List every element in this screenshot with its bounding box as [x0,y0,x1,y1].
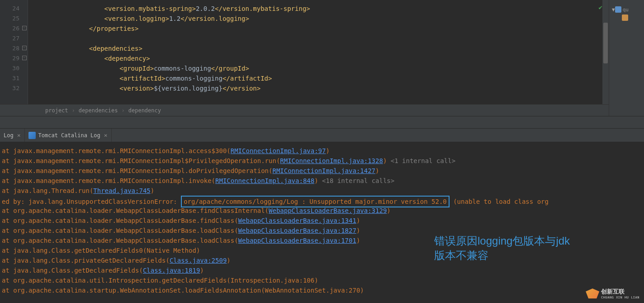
source-link[interactable]: Class.java:2509 [170,257,227,264]
console-tabs: Log × Tomcat Catalina Log × [0,129,644,142]
chevron-right-icon: › [72,107,75,114]
paren: ) [356,237,360,244]
code-line[interactable]: <groupId>commons-logging</groupId> [28,63,602,73]
tab-tomcat-catalina-log[interactable]: Tomcat Catalina Log × [25,129,112,142]
pane-splitter[interactable] [0,116,644,129]
line-number[interactable]: 25 [0,14,28,24]
class-path: org.apache.catalina.loader.WebappClassLo… [13,237,234,244]
panel-row[interactable]: ▼ qu [611,5,642,14]
close-icon[interactable]: × [104,132,108,139]
source-link[interactable]: RMIConnectionImpl.java:848 [215,177,314,184]
fold-icon[interactable]: − [22,26,27,30]
paren: ) [196,247,200,254]
at-keyword: at [2,227,13,234]
code-line[interactable]: <artifactId>commons-logging</artifactId> [28,73,602,83]
line-number[interactable]: 27 [0,34,28,43]
chevron-down-icon: ▼ [612,7,615,13]
logo-sub: CHUANG XIN HU LIAN [601,296,639,299]
paren: ) [360,287,364,294]
class-path: java.lang.Class.getDeclaredFields [13,267,139,274]
scrollbar-thumb[interactable] [603,23,608,63]
caused-by: ed by: [2,198,28,205]
line-number[interactable]: 31 [0,73,28,83]
stack-line: at org.apache.catalina.loader.WebappClas… [2,216,642,226]
annotation-line: 错误原因logging包版本与jdk [434,234,570,248]
code-line[interactable]: <version.mybatis-spring>2.0.2</version.m… [28,4,602,14]
paren: ) [356,217,360,224]
stack-line: at java.lang.Class.getDeclaredFields(Cla… [2,265,642,275]
stack-line: at javax.management.remote.rmi.RMIConnec… [2,166,642,176]
breadcrumb[interactable]: project › dependencies › dependency [0,104,609,116]
at-keyword: at [2,177,13,184]
code-line[interactable]: </properties> [28,24,602,34]
line-number[interactable]: 28− [0,43,28,53]
at-keyword: at [2,247,13,254]
paren: ) [356,227,360,234]
source-link[interactable]: WebappClassLoaderBase.java:1827 [238,227,356,234]
source-ref: Native Method [147,247,196,254]
fold-icon[interactable]: − [22,56,27,60]
source-link[interactable]: WebappClassLoaderBase.java:1701 [238,237,356,244]
line-number[interactable]: 30 [0,63,28,73]
source-link[interactable]: WebappClassLoaderBase.java:3129 [269,207,387,214]
breadcrumb-item[interactable]: dependency [128,107,161,114]
class-path: org.apache.catalina.util.Introspection.g… [13,277,227,284]
line-number[interactable]: 24 [0,4,28,14]
line-number[interactable]: 29− [0,53,28,63]
paren: ( [139,267,142,274]
source-link[interactable]: WebappClassLoaderBase.java:1341 [238,217,356,224]
breadcrumb-item[interactable]: dependencies [79,107,118,114]
class-path: org.apache.catalina.loader.WebappClassLo… [13,207,265,214]
stack-line: at javax.management.remote.rmi.RMIConnec… [2,176,642,186]
code-line[interactable]: <dependencies> [28,43,602,53]
breadcrumb-item[interactable]: project [45,107,68,114]
close-icon[interactable]: × [17,132,21,139]
fold-icon[interactable]: − [22,46,27,50]
paren: ( [234,217,238,224]
at-keyword: at [2,267,13,274]
right-tool-panel[interactable]: ▼ qu [609,0,644,116]
paren: ) [326,147,329,154]
console-output[interactable]: at javax.management.remote.rmi.RMIConnec… [0,142,644,303]
tab-log[interactable]: Log × [0,129,25,142]
stack-line: at org.apache.catalina.util.Introspectio… [2,275,642,285]
editor-scrollbar[interactable] [602,0,609,104]
class-path: javax.management.remote.rmi.RMIConnectio… [13,157,276,164]
at-keyword: at [2,277,13,284]
source-link[interactable]: RMIConnectionImpl.java:97 [231,147,326,154]
class-path: org.apache.catalina.loader.WebappClassLo… [13,217,234,224]
code-line[interactable] [28,34,602,43]
error-line: ed by: java.lang.UnsupportedClassVersion… [2,196,642,206]
source-link[interactable]: RMIConnectionImpl.java:1427 [272,167,375,174]
code-line[interactable]: <dependency> [28,53,602,63]
paren: ) [314,177,318,184]
code-line[interactable]: <version.logging>1.2</version.logging> [28,14,602,24]
code-area[interactable]: 242526−2728−29−303132 <version.mybatis-s… [0,0,609,104]
source-link[interactable]: Class.java:1819 [143,267,200,274]
line-number[interactable]: 32 [0,83,28,93]
code-line[interactable]: <version>${version.logging}</version> [28,83,602,93]
code-body[interactable]: <version.mybatis-spring>2.0.2</version.m… [28,0,602,104]
source-link[interactable]: RMIConnectionImpl.java:1328 [280,157,383,164]
error-tail: (unable to load class org [450,198,549,205]
paren: ) [151,187,154,194]
class-path: javax.management.remote.rmi.RMIConnectio… [13,167,269,174]
at-keyword: at [2,157,13,164]
paren: ( [265,207,269,214]
internal-calls: <1 internal call> [387,157,455,164]
class-path: java.lang.Class.getDeclaredFields0 [13,247,143,254]
class-path: org.apache.catalina.loader.WebappClassLo… [13,227,234,234]
at-keyword: at [2,257,13,264]
stack-line: at javax.management.remote.rmi.RMIConnec… [2,146,642,156]
source-link[interactable]: Thread.java:745 [93,187,150,194]
line-number[interactable]: 26− [0,24,28,34]
check-icon: ✔ [599,4,602,11]
annotation-line: 版本不兼容 [434,248,570,263]
stack-line: at javax.management.remote.rmi.RMIConnec… [2,156,642,166]
paren: ) [200,267,204,274]
panel-row[interactable] [611,14,642,22]
internal-calls: <18 internal calls> [318,177,395,184]
gutter[interactable]: 242526−2728−29−303132 [0,0,28,104]
logo-icon [586,289,599,298]
paren: ( [234,227,238,234]
